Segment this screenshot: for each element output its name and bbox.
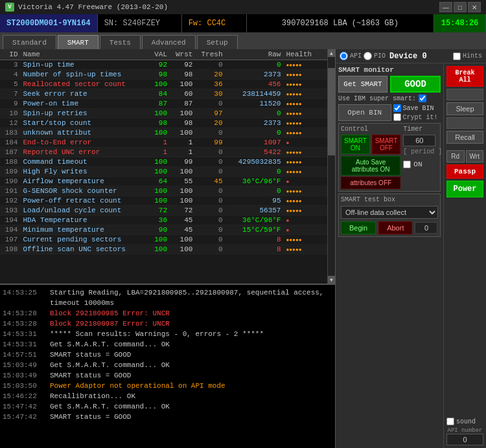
on-checkbox[interactable] (403, 161, 411, 168)
cell-id: 3 (0, 60, 20, 70)
auto-save-off-button[interactable]: attributes OFF (341, 177, 400, 189)
maximize-button[interactable]: □ (454, 2, 467, 12)
cell-tresh: 0 (195, 206, 225, 216)
cell-name: Reallocated sector count (20, 80, 144, 89)
log-text: Power Adaptor not operational on API mod… (50, 381, 226, 391)
cell-wrst: 60 (170, 89, 195, 99)
ibm-row: Use IBM super smart: (338, 95, 441, 102)
close-button[interactable]: ✕ (468, 2, 481, 12)
hints-checkbox[interactable] (453, 52, 461, 60)
timer-input[interactable] (403, 135, 435, 146)
cell-health: ●●●●● (283, 118, 327, 128)
sound-row: sound (446, 418, 483, 425)
cell-id: 192 (0, 196, 20, 206)
scroll-thumb[interactable] (328, 68, 335, 155)
cell-health: ●●●●● (283, 128, 327, 138)
cell-raw: 11520 (226, 99, 284, 109)
cell-id: 197 (0, 235, 20, 245)
api-radio-group: API PIO (340, 52, 386, 60)
break-all-button[interactable]: Break All (446, 66, 483, 87)
cell-wrst: 100 (170, 167, 195, 177)
log-line: 15:47:42 SMART status = GOOD (3, 412, 332, 422)
crypt-checkbox[interactable] (393, 113, 401, 121)
tab-tests[interactable]: Tests (100, 35, 141, 49)
cell-wrst: 45 (170, 216, 195, 225)
fw-value: CC4C (207, 19, 226, 28)
table-scrollbar[interactable]: ▲ ▼ (327, 49, 335, 284)
auto-save-on-button[interactable]: Auto Save attributes ON (341, 156, 400, 175)
table-row: 194 HDA Temperature 36 45 0 36°C/96°F ● (0, 216, 327, 225)
sound-checkbox[interactable] (446, 418, 454, 425)
cell-health: ●●●●● (283, 80, 327, 89)
begin-button[interactable]: Begin (341, 221, 376, 234)
cell-tresh: 99 (195, 138, 225, 148)
cell-tresh: 36 (195, 80, 225, 89)
log-time: 15:47:42 (3, 412, 45, 422)
save-bin-label: Save BIN (403, 105, 434, 112)
log-time: 14:53:31 (3, 329, 45, 339)
tab-standard[interactable]: Standard (3, 35, 56, 49)
scroll-down-btn[interactable]: ▼ (328, 276, 335, 284)
smart-on-button[interactable]: SMART ON (341, 135, 370, 154)
ibm-checkbox[interactable] (419, 95, 426, 102)
save-bin-checkbox[interactable] (393, 104, 401, 112)
cell-id: 194 (0, 225, 20, 235)
test-select[interactable]: Off-line data collect Short self-test Ex… (341, 206, 438, 219)
pio-radio[interactable] (364, 52, 372, 60)
cell-tresh: 0 (195, 216, 225, 225)
log-line: 15:03:50 Power Adaptor not operational o… (3, 381, 332, 391)
title-bar: V Victoria 4.47 Freeware (2013-02-20) — … (0, 0, 486, 14)
log-time: 14:53:25 (3, 287, 45, 308)
tab-smart[interactable]: SMART (58, 35, 98, 49)
open-bin-button[interactable]: Open BIN (338, 104, 391, 121)
log-line: 14:53:28 Block 2921800987 Error: UNCR (3, 319, 332, 329)
smart-table-scroll[interactable]: ID Name VAL Wrst Tresh Raw Health 3 Spin… (0, 49, 327, 284)
api-radio[interactable] (340, 52, 348, 60)
passp-button[interactable]: Passp (446, 164, 483, 179)
table-row: 184 End-to-End error 1 1 99 1097 ● (0, 138, 327, 148)
cell-val: 100 (145, 235, 170, 245)
log-line: 14:57:51 SMART status = GOOD (3, 350, 332, 360)
control-panel: Control SMART ON SMART OFF Auto Save att… (341, 126, 400, 189)
cell-name: Power-on time (20, 99, 144, 109)
good-button[interactable]: GOOD (390, 76, 441, 93)
log-text: SMART status = GOOD (50, 412, 131, 422)
api-number-label: API number (446, 427, 483, 434)
log-text: ***** Scan results: Warnings - 0, errors… (50, 329, 264, 339)
cell-val: 1 (145, 138, 170, 148)
cell-health: ●●●●● (283, 109, 327, 118)
cell-id: 189 (0, 167, 20, 177)
table-row: 189 High Fly writes 100 100 0 0 ●●●●● (0, 167, 327, 177)
test-value-input[interactable] (415, 222, 437, 234)
wrt-button[interactable]: Wrt (466, 150, 484, 162)
cell-val: 1 (145, 148, 170, 157)
table-row: 194 Minimum temperature 90 45 0 15°C/59°… (0, 225, 327, 235)
cell-health: ● (283, 225, 327, 235)
cell-val: 64 (145, 177, 170, 186)
cell-raw: 15°C/59°F (226, 225, 284, 235)
get-smart-button[interactable]: Get SMART (338, 76, 388, 93)
api-number-input[interactable] (446, 434, 483, 445)
cell-health: ●●●●● (283, 206, 327, 216)
title-bar-left: V Victoria 4.47 Freeware (2013-02-20) (5, 3, 168, 12)
cell-raw: 36°C/96°F (226, 177, 284, 186)
log-text: Recallibration... OK (50, 391, 135, 401)
scroll-up-btn[interactable]: ▲ (328, 49, 335, 57)
rd-button[interactable]: Rd (446, 150, 465, 162)
tab-setup[interactable]: Setup (197, 35, 238, 49)
recall-button[interactable]: Recall (446, 131, 483, 144)
tab-advanced[interactable]: Advanced (142, 35, 196, 49)
log-text: Starting Reading, LBA=2921800985..292180… (50, 287, 332, 308)
timer-label: Timer (403, 126, 448, 133)
cell-wrst: 100 (170, 128, 195, 138)
ibm-label: Use IBM super smart: (338, 95, 416, 102)
device-label: Device 0 (389, 52, 427, 61)
sleep-button[interactable]: Sleep (446, 102, 483, 115)
smart-off-button[interactable]: SMART OFF (372, 135, 401, 154)
api-label: API (350, 52, 362, 60)
cell-raw: 0 (226, 60, 284, 70)
power-button[interactable]: Power (446, 181, 483, 197)
minimize-button[interactable]: — (439, 2, 452, 12)
abort-button[interactable]: Abort (378, 221, 412, 234)
cell-id: 193 (0, 206, 20, 216)
